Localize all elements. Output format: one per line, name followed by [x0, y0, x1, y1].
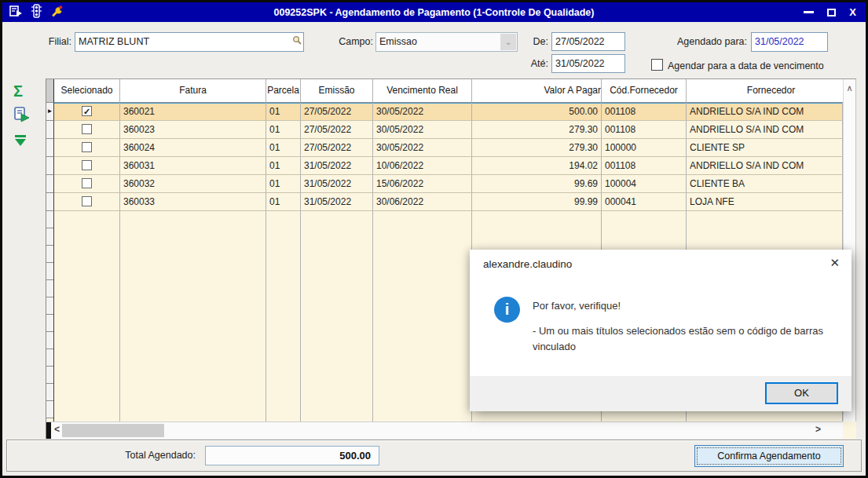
- agendado-label: Agendado para:: [661, 32, 747, 51]
- valor-cell: 99.69: [472, 175, 602, 193]
- filial-label: Filial:: [24, 32, 71, 51]
- cod-cell: 001108: [602, 103, 687, 121]
- fatura-cell: 360024: [120, 139, 266, 157]
- scroll-thumb[interactable]: [62, 424, 164, 437]
- empty-column: [373, 211, 472, 421]
- table-row[interactable]: 3600310131/05/202210/06/2022194.02001108…: [46, 157, 843, 175]
- selecionado-cell: ✓: [54, 103, 120, 121]
- column-header[interactable]: Parcela: [266, 79, 301, 103]
- sum-icon[interactable]: Σ: [13, 82, 23, 100]
- confirma-agendamento-button[interactable]: Confirma Agendamento: [694, 445, 844, 467]
- magnifier-icon[interactable]: [292, 33, 302, 50]
- scroll-up-icon[interactable]: ∧: [844, 79, 855, 93]
- row-checkbox[interactable]: [82, 196, 92, 206]
- column-header[interactable]: Cód.Fornecedor: [602, 79, 687, 103]
- row-marker: [46, 175, 54, 193]
- fatura-cell: 360021: [120, 103, 266, 121]
- column-header[interactable]: Vencimento Real: [373, 79, 472, 103]
- table-row[interactable]: ►✓3600210127/05/202230/05/2022500.000011…: [46, 103, 843, 121]
- emissao-cell: 31/05/2022: [301, 175, 373, 193]
- row-checkbox[interactable]: [82, 142, 92, 152]
- column-header[interactable]: Emissão: [301, 79, 373, 103]
- de-input[interactable]: 27/05/2022: [551, 32, 625, 51]
- campo-label: Campo:: [331, 32, 373, 51]
- titlebar-icons: [2, 4, 64, 21]
- dialog-title: alexandre.claudino: [483, 258, 572, 270]
- vencimento-cell: 10/06/2022: [373, 157, 472, 175]
- vencimento-cell: 30/06/2022: [373, 193, 472, 211]
- empty-column: [266, 211, 301, 421]
- row-checkbox[interactable]: ✓: [82, 106, 92, 116]
- valor-cell: 194.02: [472, 157, 602, 175]
- column-header[interactable]: Fatura: [120, 79, 266, 103]
- export-record-icon[interactable]: [13, 106, 31, 126]
- exit-form-icon[interactable]: [9, 5, 23, 20]
- row-checkbox[interactable]: [82, 160, 92, 170]
- cod-cell: 100000: [602, 139, 687, 157]
- column-header[interactable]: Valor A Pagar: [472, 79, 602, 103]
- row-marker: [46, 193, 54, 211]
- valor-cell: 279.30: [472, 139, 602, 157]
- fornecedor-cell: ANDRIELLO S/A IND COM: [687, 103, 843, 121]
- row-checkbox[interactable]: [82, 178, 92, 188]
- empty-column: [120, 211, 266, 421]
- cod-cell: 001108: [602, 157, 687, 175]
- traffic-light-icon[interactable]: [31, 4, 42, 21]
- column-header[interactable]: Fornecedor: [687, 79, 856, 103]
- vencimento-cell: 30/05/2022: [373, 121, 472, 139]
- fatura-cell: 360023: [120, 121, 266, 139]
- selecionado-cell: [54, 193, 120, 211]
- de-value: 27/05/2022: [555, 36, 605, 47]
- valor-cell: 279.30: [472, 121, 602, 139]
- table-row[interactable]: 3600240127/05/202230/05/2022279.30100000…: [46, 139, 843, 157]
- scroll-corner: [46, 422, 51, 439]
- table-header: SelecionadoFaturaParcelaEmissãoVenciment…: [46, 79, 856, 103]
- footer-bar: Total Agendado: 500.00 Confirma Agendame…: [6, 440, 862, 472]
- dialog-message: - Um ou mais títulos selecionados estão …: [533, 323, 833, 355]
- vencimento-checkbox[interactable]: [651, 59, 663, 71]
- selecionado-cell: [54, 157, 120, 175]
- fornecedor-cell: LOJA NFE: [687, 193, 843, 211]
- minimize-button[interactable]: [804, 11, 814, 13]
- gutter-stack: [46, 211, 54, 421]
- parcela-cell: 01: [266, 103, 301, 121]
- vencimento-cell: 30/05/2022: [373, 139, 472, 157]
- emissao-cell: 31/05/2022: [301, 193, 373, 211]
- fornecedor-cell: ANDRIELLO S/A IND COM: [687, 157, 843, 175]
- ate-input[interactable]: 31/05/2022: [551, 54, 625, 73]
- table-row[interactable]: 3600320131/05/202215/06/202299.69100004C…: [46, 175, 843, 193]
- parcela-cell: 01: [266, 121, 301, 139]
- filial-input[interactable]: MATRIZ BLUNT: [75, 32, 304, 52]
- window-title: 009252SPK - Agendamento de Pagamento (1-…: [2, 7, 866, 18]
- total-agendado-label: Total Agendado:: [93, 440, 196, 471]
- dialog-close-icon[interactable]: ✕: [830, 256, 840, 270]
- valor-cell: 500.00: [472, 103, 602, 121]
- maximize-button[interactable]: [827, 9, 836, 16]
- parcela-cell: 01: [266, 157, 301, 175]
- fatura-cell: 360032: [120, 175, 266, 193]
- scroll-left-icon[interactable]: <: [54, 424, 60, 435]
- agendado-input[interactable]: 31/05/2022: [751, 32, 828, 52]
- dialog-footer: OK: [470, 376, 852, 411]
- verification-dialog: alexandre.claudino ✕ i Por favor, verifi…: [470, 250, 852, 411]
- selecionado-cell: [54, 139, 120, 157]
- app-window: 009252SPK - Agendamento de Pagamento (1-…: [0, 0, 868, 478]
- table-row[interactable]: 3600330131/05/202230/06/202299.99000041L…: [46, 193, 843, 211]
- info-icon: i: [494, 297, 520, 323]
- goal-bottom-icon[interactable]: [13, 134, 29, 150]
- empty-column: [301, 211, 373, 421]
- vencimento-checkbox-label: Agendar para a data de vencimento: [668, 57, 848, 75]
- close-button[interactable]: X: [849, 2, 856, 22]
- wrench-icon[interactable]: [50, 5, 64, 20]
- column-header[interactable]: Selecionado: [54, 79, 120, 103]
- scroll-right-icon[interactable]: >: [815, 424, 821, 435]
- campo-select[interactable]: Emissao ⌄: [375, 32, 518, 52]
- table-row[interactable]: 3600230127/05/202230/05/2022279.30001108…: [46, 121, 843, 139]
- cod-cell: 001108: [602, 121, 687, 139]
- ok-button[interactable]: OK: [765, 382, 838, 404]
- emissao-cell: 27/05/2022: [301, 103, 373, 121]
- fornecedor-cell: ANDRIELLO S/A IND COM: [687, 121, 843, 139]
- row-checkbox[interactable]: [82, 124, 92, 134]
- horizontal-scrollbar[interactable]: < >: [46, 421, 843, 439]
- parcela-cell: 01: [266, 193, 301, 211]
